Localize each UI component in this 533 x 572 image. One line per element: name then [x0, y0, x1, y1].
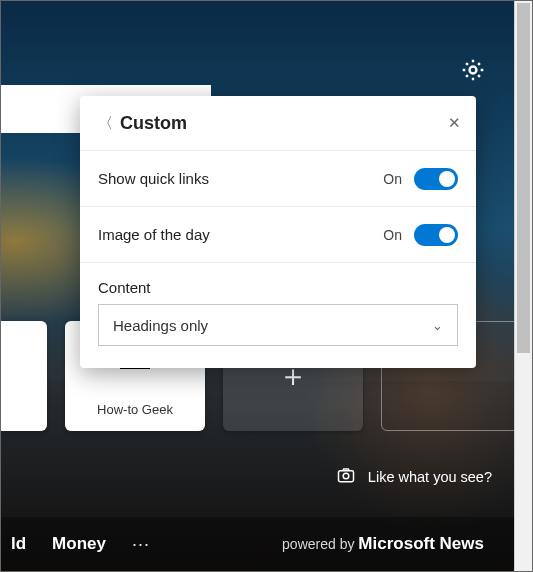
- content-dropdown[interactable]: Headings only ⌄: [98, 304, 458, 346]
- camera-icon: [336, 465, 356, 488]
- gear-icon: [460, 69, 486, 86]
- powered-by-label: powered by Microsoft News: [282, 534, 484, 554]
- svg-point-2: [343, 473, 349, 479]
- setting-content-section: Content Headings only ⌄: [80, 263, 476, 346]
- nav-item[interactable]: ld: [11, 534, 26, 554]
- setting-label: Content: [98, 279, 458, 296]
- setting-state-text: On: [383, 171, 402, 187]
- toggle-knob: [439, 171, 455, 187]
- back-button[interactable]: 〈: [94, 114, 116, 133]
- close-button[interactable]: ✕: [444, 110, 462, 136]
- vertical-scrollbar[interactable]: [514, 1, 532, 571]
- setting-image-of-the-day: Image of the day On: [80, 207, 476, 263]
- nav-item[interactable]: Money: [52, 534, 106, 554]
- like-text: Like what you see?: [368, 469, 492, 485]
- popover-title: Custom: [120, 113, 444, 134]
- svg-point-0: [470, 67, 477, 74]
- toggle-show-quick-links[interactable]: [414, 168, 458, 190]
- more-icon: ···: [132, 534, 150, 554]
- page-layout-popover: 〈 Custom ✕ Show quick links On Image of …: [80, 96, 476, 368]
- page-settings-button[interactable]: [460, 57, 486, 83]
- close-icon: ✕: [448, 114, 461, 131]
- chevron-down-icon: ⌄: [432, 318, 443, 333]
- news-navbar: ld Money ··· powered by Microsoft News: [1, 517, 514, 571]
- toggle-knob: [439, 227, 455, 243]
- scrollbar-thumb[interactable]: [517, 3, 530, 353]
- quick-link-caption: How-to Geek: [97, 402, 173, 417]
- dropdown-value: Headings only: [113, 317, 208, 334]
- chevron-left-icon: 〈: [98, 114, 113, 131]
- nav-more-button[interactable]: ···: [132, 534, 150, 555]
- setting-label: Image of the day: [98, 226, 383, 243]
- setting-label: Show quick links: [98, 170, 383, 187]
- toggle-image-of-the-day[interactable]: [414, 224, 458, 246]
- setting-state-text: On: [383, 227, 402, 243]
- quick-link-tile-partial[interactable]: [1, 321, 47, 431]
- popover-header: 〈 Custom ✕: [80, 96, 476, 151]
- setting-show-quick-links: Show quick links On: [80, 151, 476, 207]
- like-what-you-see-link[interactable]: Like what you see?: [336, 465, 492, 488]
